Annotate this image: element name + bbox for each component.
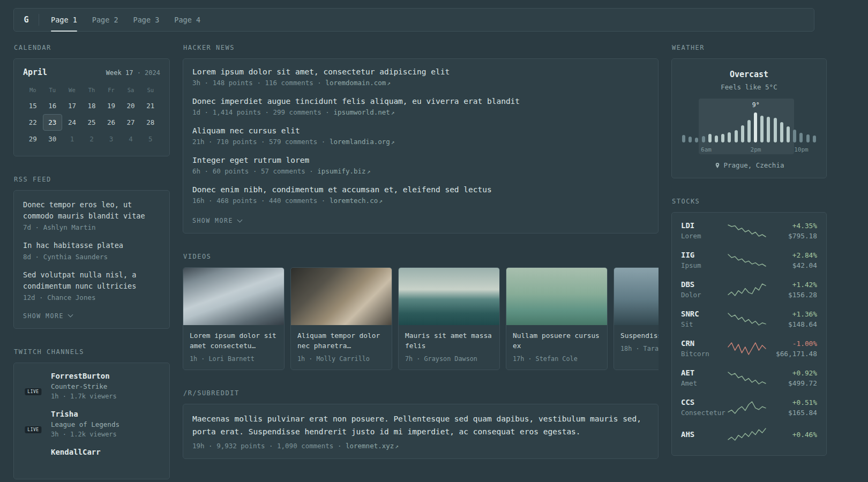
stock-identity: LDI Lorem [681,221,727,240]
video-card[interactable]: Mauris sit amet massa felis 7h · Grayson… [398,267,500,370]
stock-name: Sit [681,320,727,328]
video-card[interactable]: Suspendisse diam 18h · Tara [613,267,659,370]
hacker-news-item-meta: 3h · 148 points · 116 comments · loremdo… [192,79,649,87]
video-info: Suspendisse diam 18h · Tara [614,325,659,359]
stock-identity: IIG Ipsum [681,251,727,269]
calendar-day: 15 [23,97,43,114]
calendar-day: 21 [140,97,160,114]
stock-row[interactable]: AHS +0.46% [681,427,817,441]
stock-row[interactable]: CRN Bitcorn -1.00% $66,171.48 [681,339,817,358]
stock-price: $165.84 [788,409,817,417]
rss-item-title[interactable]: In hac habitasse platea [23,240,160,251]
hacker-news-item-domain-link[interactable]: loremtech.co↗ [330,197,383,205]
domain-text: ipsumify.biz [317,167,365,175]
hacker-news-item-title[interactable]: Aliquam nec cursus elit [192,126,649,135]
video-title[interactable]: Suspendisse diam [620,330,659,341]
video-card[interactable]: Lorem ipsum dolor sit amet consectetu… 1… [183,267,285,370]
stock-row[interactable]: IIG Ipsum +2.84% $42.04 [681,251,817,269]
video-thumbnail[interactable] [506,268,607,325]
stock-sparkline [727,401,767,415]
calendar-week-year: Week 17 · 2024 [106,69,160,77]
rss-item-title[interactable]: Donec tempor eros leo, ut commodo mauris… [23,199,160,222]
reddit-post-domain-link[interactable]: loremnet.xyz↗ [346,442,399,450]
video-thumbnail[interactable] [399,268,499,325]
calendar-weekday-label: Th [82,84,102,97]
video-thumbnail[interactable] [183,268,284,325]
twitch-channel-name[interactable]: KendallCarr [51,448,101,456]
video-title[interactable]: Aliquam tempor dolor nec pharetra… [297,330,385,351]
weather-hour-bar [715,135,718,142]
calendar-day: 24 [62,114,82,131]
reddit-post-meta: 19h · 9,932 points · 1,090 comments · lo… [192,442,649,450]
weather-hour-bar [760,116,764,142]
page-tab[interactable]: Page 3 [126,9,167,31]
calendar-day: 30 [43,131,63,147]
stock-price: $66,171.48 [776,350,817,358]
rss-item: Sed volutpat nulla nisl, a condimentum n… [23,269,160,302]
video-card[interactable]: Aliquam tempor dolor nec pharetra… 1h · … [290,267,392,370]
stock-row[interactable]: DBS Dolor +1.42% $156.28 [681,280,817,299]
page-tab-label: Page 4 [174,16,200,24]
weather-location-text: Prague, Czechia [724,161,784,169]
hacker-news-item-stats: 6h · 60 points · 57 comments · [192,167,313,175]
hacker-news-item-meta: 6h · 60 points · 57 comments · ipsumify.… [192,167,649,175]
videos-row[interactable]: Lorem ipsum dolor sit amet consectetu… 1… [183,267,659,370]
rss-item-title[interactable]: Sed volutpat nulla nisl, a condimentum n… [23,269,160,292]
video-title[interactable]: Mauris sit amet massa felis [405,330,493,351]
stock-symbol: CRN [681,339,727,348]
twitch-channel-name[interactable]: ForrestBurton [51,372,117,380]
stock-row[interactable]: SNRC Sit +1.36% $148.64 [681,310,817,328]
hacker-news-item-title[interactable]: Donec enim nibh, condimentum et accumsan… [192,185,649,194]
weather-hour-bar [708,134,712,142]
twitch-channel-row[interactable]: KendallCarr [23,448,160,468]
twitch-channel-name[interactable]: Trisha [51,410,119,418]
stock-change: +1.36% [788,310,817,318]
hacker-news-item-title[interactable]: Integer eget rutrum lorem [192,156,649,164]
weather-bars [682,111,816,142]
video-title[interactable]: Lorem ipsum dolor sit amet consectetu… [190,330,278,351]
hacker-news-show-more-button[interactable]: SHOW MORE [192,215,242,224]
video-thumbnail[interactable] [614,268,659,325]
video-title[interactable]: Nullam posuere cursus ex [513,330,601,351]
hacker-news-item-domain-link[interactable]: loremlandia.org↗ [330,138,395,146]
video-card[interactable]: Nullam posuere cursus ex 17h · Stefan Co… [506,267,608,370]
stocks-card: LDI Lorem +4.35% $795.18 [671,212,827,456]
reddit-post-title[interactable]: Maecenas mollis pulvinar erat non posuer… [192,413,649,438]
twitch-avatar-wrap [23,448,43,468]
stock-symbol: CCS [681,398,727,406]
stock-row[interactable]: CCS Consectetur +0.51% $165.84 [681,398,817,417]
weather-hour-bar [806,134,810,142]
twitch-channel-row[interactable]: LIVE ForrestBurton Counter-Strike 1h · 1… [23,372,160,400]
page-tab[interactable]: Page 1 [43,9,85,31]
page-tab[interactable]: Page 2 [85,9,126,31]
video-meta: 18h · Tara [620,345,659,352]
twitch-channel-info: ForrestBurton Counter-Strike 1h · 1.7k v… [51,372,117,400]
hacker-news-section-title: HACKER NEWS [183,44,659,51]
hacker-news-item-title[interactable]: Donec imperdiet augue tincidunt felis al… [192,97,649,106]
hacker-news-item-domain-link[interactable]: loremdomain.com↗ [325,79,391,87]
calendar-header: April Week 17 · 2024 [23,67,160,77]
hacker-news-widget: HACKER NEWS Lorem ipsum dolor sit amet, … [183,44,659,234]
twitch-channel-row[interactable]: LIVE Trisha League of Legends 3h · 1.2k … [23,410,160,438]
hacker-news-item-stats: 1d · 1,414 points · 299 comments · [192,108,330,116]
hacker-news-item-domain-link[interactable]: ipsumworld.net↗ [333,108,394,116]
external-link-icon: ↗ [391,139,395,146]
twitch-avatar-wrap: LIVE [23,372,43,392]
calendar-weekday-label: Su [140,84,160,97]
calendar-section-title: CALENDAR [14,44,170,51]
twitch-channel-info: KendallCarr [51,448,101,456]
stock-row[interactable]: AET Amet +0.92% $499.72 [681,368,817,387]
domain-text: loremlandia.org [330,138,390,146]
weather-location: Prague, Czechia [681,161,817,169]
location-pin-icon [714,162,721,169]
hacker-news-item-domain-link[interactable]: ipsumify.biz↗ [317,167,370,175]
stock-row[interactable]: LDI Lorem +4.35% $795.18 [681,221,817,240]
stock-change: -1.00% [776,340,817,348]
rss-show-more-button[interactable]: SHOW MORE [23,310,72,320]
page-tab[interactable]: Page 4 [167,9,208,31]
live-badge: LIVE [25,388,41,395]
hacker-news-item-title[interactable]: Lorem ipsum dolor sit amet, consectetur … [192,67,649,76]
video-thumbnail[interactable] [291,268,392,325]
stock-price: $795.18 [788,232,817,240]
stock-change: +0.46% [792,431,817,439]
